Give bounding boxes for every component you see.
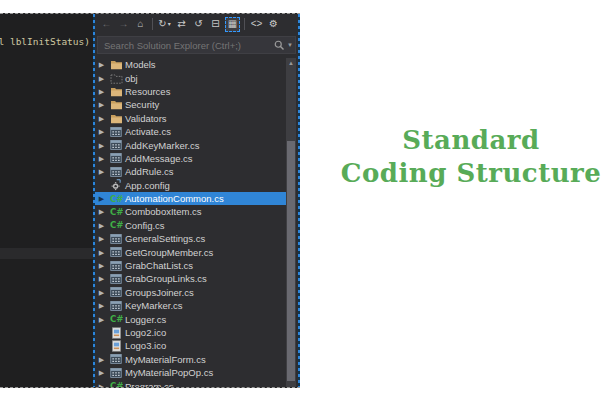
expand-arrow-icon[interactable]: ▶ (95, 235, 108, 242)
winform-icon (108, 286, 124, 298)
csharp-icon: C# (108, 313, 124, 325)
magnifier-icon[interactable] (273, 39, 285, 51)
headline-line2: Coding Structure (326, 157, 616, 190)
expand-arrow-icon[interactable]: ▶ (95, 155, 108, 162)
headline: Standard Coding Structure (326, 124, 616, 190)
tree-item[interactable]: ▶Security (95, 98, 286, 111)
tree-item-label: GrabChatList.cs (124, 260, 193, 271)
expand-arrow-icon[interactable]: ▶ (95, 302, 108, 309)
folder-dashed-icon (108, 73, 124, 84)
expand-arrow-icon[interactable]: ▶ (95, 195, 108, 202)
dropdown-caret-icon[interactable]: ▾ (168, 21, 171, 27)
tree-item[interactable]: ▶C#Logger.cs (95, 312, 286, 325)
expand-arrow-icon[interactable]: ▶ (95, 275, 108, 282)
tree-item[interactable]: ▶GrabChatList.cs (95, 259, 286, 272)
tree-item[interactable]: ▶C#ComboboxItem.cs (95, 205, 286, 218)
tree-item[interactable]: ▶KeyMarker.cs (95, 299, 286, 312)
search-box[interactable]: ▼ (97, 36, 296, 54)
tree-item[interactable]: ▶Validators (95, 112, 286, 125)
winform-icon (108, 300, 124, 312)
home-icon[interactable]: ⌂ (133, 17, 148, 32)
winform-icon (108, 367, 124, 379)
tree-item-label: Security (124, 99, 159, 110)
expand-arrow-icon[interactable]: ▶ (95, 208, 108, 215)
tree-item[interactable]: ▶AddRule.cs (95, 165, 286, 178)
expand-arrow-icon[interactable]: ▶ (95, 142, 108, 149)
expand-arrow-icon[interactable]: ▶ (95, 75, 108, 82)
tree-item-label: Program.cs (124, 381, 174, 387)
tree-item[interactable]: ▶Resources (95, 85, 286, 98)
tree-item-label: App.config (124, 180, 170, 191)
expand-arrow-icon[interactable]: ▶ (95, 316, 108, 323)
expand-arrow-icon[interactable]: ▶ (95, 61, 108, 68)
solution-explorer-toolbar: ←→⌂↻▾⇄↺⊟▦<>⚙ (95, 14, 298, 34)
forward-icon[interactable]: → (116, 17, 131, 32)
csharp-icon: C# (108, 206, 124, 218)
tree-item[interactable]: ▶GeneralSettings.cs (95, 232, 286, 245)
toolbar-separator (152, 18, 153, 30)
view-code-icon[interactable]: <> (249, 17, 264, 32)
sync-with-active-document-icon[interactable]: ↻▾ (157, 17, 172, 32)
expand-arrow-icon[interactable]: ▶ (95, 88, 108, 95)
tree-item[interactable]: ▶MyMaterialForm.cs (95, 353, 286, 366)
toolbar-separator (244, 18, 245, 30)
expand-arrow-icon[interactable]: ▶ (95, 262, 108, 269)
tree-item-label: ComboboxItem.cs (124, 206, 202, 217)
search-input[interactable] (102, 39, 273, 52)
collapse-all-icon[interactable]: ⊟ (208, 17, 223, 32)
tree-item-label: AddMessage.cs (124, 153, 193, 164)
folder-icon (108, 99, 124, 110)
expand-arrow-icon[interactable]: ▶ (95, 369, 108, 376)
tree-item[interactable]: ▶GrabGroupLinks.cs (95, 272, 286, 285)
expand-arrow-icon[interactable]: ▶ (95, 289, 108, 296)
tree-item-label: MyMaterialForm.cs (124, 354, 206, 365)
tree-item-label: obj (124, 73, 138, 84)
tree-item[interactable]: ▶GetGroupMember.cs (95, 245, 286, 258)
search-row: ▼ (95, 34, 298, 56)
expand-arrow-icon[interactable]: ▶ (95, 101, 108, 108)
refresh-icon[interactable]: ↺ (191, 17, 206, 32)
expand-arrow-icon[interactable]: ▶ (95, 168, 108, 175)
tree-item[interactable]: App.config (95, 179, 286, 192)
tree-item-label: GeneralSettings.cs (124, 233, 205, 244)
svg-text:C#: C# (110, 194, 123, 204)
tree-item-label: AddKeyMarker.cs (124, 140, 199, 151)
tree-item[interactable]: ▶obj (95, 71, 286, 84)
tree-item-label: Models (124, 59, 156, 70)
tree-item[interactable]: ▶AddMessage.cs (95, 152, 286, 165)
svg-text:C#: C# (110, 314, 123, 324)
expand-arrow-icon[interactable]: ▶ (95, 356, 108, 363)
tree-item[interactable]: ▶Activate.cs (95, 125, 286, 138)
tree-item[interactable]: ▶C#Program.cs (95, 379, 286, 387)
tree-item[interactable]: Logo3.ico (95, 339, 286, 352)
tree-item-label: Logger.cs (124, 314, 166, 325)
properties-wrench-icon[interactable]: ⚙ (266, 17, 281, 32)
tree-item[interactable]: ▶Models (95, 58, 286, 71)
winform-icon (108, 273, 124, 285)
tree-item-label: GroupsJoiner.cs (124, 287, 194, 298)
winform-icon (108, 233, 124, 245)
vertical-scrollbar[interactable]: ▲ (286, 58, 296, 387)
scrollbar-thumb[interactable] (287, 141, 295, 381)
expand-arrow-icon[interactable]: ▶ (95, 383, 108, 387)
tree-item[interactable]: ▶AddKeyMarker.cs (95, 138, 286, 151)
tree-item[interactable]: Logo2.ico (95, 326, 286, 339)
code-editor-strip: el lblInitStatus) (0, 14, 93, 387)
tree-item-label: Logo2.ico (124, 327, 166, 338)
tree-item[interactable]: ▶MyMaterialPopOp.cs (95, 366, 286, 379)
tree-item[interactable]: ▶GroupsJoiner.cs (95, 286, 286, 299)
scroll-up-arrow-icon[interactable]: ▲ (286, 59, 296, 67)
tree-item-label: Resources (124, 86, 170, 97)
tree-item-label: AddRule.cs (124, 166, 174, 177)
back-icon[interactable]: ← (99, 17, 114, 32)
tree-item[interactable]: ▶C#AutomationCommon.cs (95, 192, 286, 205)
expand-arrow-icon[interactable]: ▶ (95, 128, 108, 135)
expand-arrow-icon[interactable]: ▶ (95, 222, 108, 229)
tree-item[interactable]: ▶C#Config.cs (95, 219, 286, 232)
expand-arrow-icon[interactable]: ▶ (95, 249, 108, 256)
show-all-files-icon[interactable]: ▦ (225, 17, 240, 32)
chevron-down-icon[interactable]: ▼ (287, 42, 293, 48)
expand-arrow-icon[interactable]: ▶ (95, 115, 108, 122)
csharp-icon: C# (108, 219, 124, 231)
switch-views-icon[interactable]: ⇄ (174, 17, 189, 32)
